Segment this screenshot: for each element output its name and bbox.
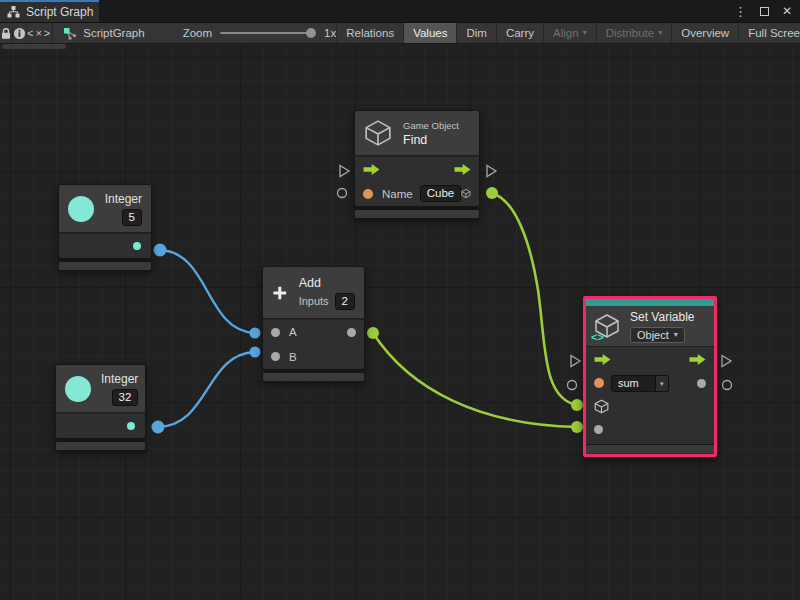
set-variable-icon: <> bbox=[594, 313, 621, 340]
node-set-variable[interactable]: <> Set Variable Object ▾ sum bbox=[583, 296, 717, 457]
wire-dot-setvariable-object-in[interactable] bbox=[571, 399, 583, 411]
node-add[interactable]: Add Inputs 2 A B bbox=[262, 266, 365, 382]
wire-find-to-setvariable-object[interactable] bbox=[492, 193, 577, 405]
find-control-in-port[interactable] bbox=[340, 166, 349, 177]
gameobject-input-cube-icon[interactable] bbox=[594, 399, 609, 414]
control-out-arrow-icon[interactable] bbox=[454, 164, 471, 175]
node-category: Game Object bbox=[403, 120, 459, 131]
variable-name-combo[interactable]: sum ▾ bbox=[611, 375, 669, 392]
variable-name-field[interactable]: sum bbox=[611, 375, 656, 392]
setvariable-value-row bbox=[586, 417, 714, 441]
overview-button[interactable]: Overview bbox=[672, 23, 739, 43]
integer-value-field[interactable]: 5 bbox=[122, 209, 142, 226]
node-integer-5[interactable]: Integer 5 bbox=[58, 184, 152, 271]
node-footer bbox=[55, 441, 146, 451]
add-node-header[interactable]: Add Inputs 2 bbox=[263, 267, 364, 319]
integer-output-port[interactable] bbox=[133, 242, 141, 250]
node-title: Set Variable bbox=[630, 310, 694, 324]
wire-dot-find-out[interactable] bbox=[486, 187, 498, 199]
node-title: Find bbox=[403, 133, 459, 147]
carry-button[interactable]: Carry bbox=[497, 23, 544, 43]
control-out-arrow-icon[interactable] bbox=[689, 354, 706, 365]
integer-value-field[interactable]: 32 bbox=[112, 389, 139, 406]
gameobject-output-cube-icon[interactable] bbox=[461, 186, 471, 201]
plus-icon bbox=[272, 280, 288, 306]
node-title: Integer bbox=[105, 192, 142, 206]
wire-dot-setvariable-value-in[interactable] bbox=[571, 421, 583, 433]
script-graph-icon bbox=[63, 27, 77, 40]
find-control-out-port[interactable] bbox=[487, 166, 496, 177]
tab-script-graph[interactable]: Script Graph bbox=[0, 0, 99, 22]
integer-output-port[interactable] bbox=[127, 422, 135, 430]
graph-name-section[interactable]: ScriptGraph bbox=[53, 23, 154, 43]
find-name-port[interactable] bbox=[363, 189, 373, 199]
setvariable-name-row: sum ▾ bbox=[586, 371, 714, 395]
wire-dot-add-out[interactable] bbox=[367, 327, 379, 339]
info-icon bbox=[13, 27, 26, 40]
node-gameobject-find[interactable]: Game Object Find Name Cube bbox=[354, 110, 480, 219]
wire-dot-add-b-in[interactable] bbox=[250, 347, 261, 358]
integer-output-row bbox=[59, 233, 151, 258]
control-in-arrow-icon[interactable] bbox=[594, 354, 611, 365]
graph-canvas[interactable]: Integer 5 Integer 32 bbox=[0, 44, 800, 600]
wire-add-to-setvariable-value[interactable] bbox=[373, 333, 577, 427]
add-input-a-port[interactable] bbox=[271, 328, 280, 337]
node-integer-32[interactable]: Integer 32 bbox=[55, 364, 146, 451]
distribute-button[interactable]: Distribute ▾ bbox=[597, 23, 673, 43]
full-screen-button[interactable]: Full Screen bbox=[739, 23, 800, 43]
variable-name-port[interactable] bbox=[594, 378, 604, 388]
code-view-button[interactable]: <×> bbox=[27, 23, 53, 43]
dropdown-caret-icon: ▾ bbox=[660, 380, 664, 387]
dropdown-caret-icon: ▾ bbox=[583, 29, 587, 37]
align-button[interactable]: Align ▾ bbox=[544, 23, 597, 43]
find-node-header[interactable]: Game Object Find bbox=[355, 111, 479, 156]
values-button[interactable]: Values bbox=[404, 23, 457, 43]
setvariable-object-row bbox=[586, 395, 714, 417]
variable-kind-dropdown[interactable]: Object ▾ bbox=[630, 327, 685, 343]
zoom-value: 1x bbox=[324, 27, 336, 39]
setvariable-value-in-port[interactable] bbox=[594, 425, 603, 434]
integer-node-header[interactable]: Integer 5 bbox=[59, 185, 151, 233]
inputs-count-field[interactable]: 2 bbox=[335, 293, 355, 310]
node-footer bbox=[58, 261, 152, 271]
setvariable-control-out-port[interactable] bbox=[722, 356, 731, 367]
wire-dot-add-a-in[interactable] bbox=[250, 328, 261, 339]
zoom-slider-handle[interactable] bbox=[306, 28, 316, 38]
setvariable-name-in-port[interactable] bbox=[568, 381, 577, 390]
window-close-icon[interactable]: ✕ bbox=[782, 5, 792, 17]
node-title: Add bbox=[299, 276, 355, 290]
wire-dot-integer5-out[interactable] bbox=[154, 244, 167, 257]
node-title: Integer bbox=[101, 372, 138, 386]
find-name-in-port[interactable] bbox=[338, 189, 347, 198]
relations-button[interactable]: Relations bbox=[337, 23, 404, 43]
wire-integer32-to-add-b[interactable] bbox=[158, 352, 255, 427]
dropdown-caret-icon: ▾ bbox=[658, 29, 662, 37]
find-name-row: Name Cube bbox=[355, 181, 479, 206]
lock-button[interactable] bbox=[0, 23, 13, 43]
set-variable-header[interactable]: <> Set Variable Object ▾ bbox=[586, 306, 714, 347]
window-maximize-icon[interactable] bbox=[760, 7, 769, 16]
window-menu-icon[interactable]: ⋮ bbox=[734, 5, 747, 18]
setvariable-value-out-port[interactable] bbox=[697, 379, 706, 388]
setvariable-control-in-port[interactable] bbox=[571, 356, 580, 367]
port-a-label: A bbox=[289, 326, 297, 338]
find-name-field[interactable]: Cube bbox=[420, 185, 462, 202]
wire-integer5-to-add-a[interactable] bbox=[160, 250, 255, 333]
integer-output-row bbox=[56, 413, 145, 438]
dropdown-caret-icon: ▾ bbox=[674, 331, 678, 339]
add-input-b-port[interactable] bbox=[271, 352, 280, 361]
integer-node-header[interactable]: Integer 32 bbox=[56, 365, 145, 413]
add-output-port[interactable] bbox=[347, 328, 356, 337]
zoom-slider[interactable] bbox=[220, 32, 316, 34]
wire-dot-integer32-out[interactable] bbox=[152, 421, 165, 434]
cube-icon bbox=[364, 119, 392, 147]
info-button[interactable] bbox=[13, 23, 27, 43]
integer-icon bbox=[65, 376, 91, 402]
setvariable-out-port[interactable] bbox=[723, 381, 732, 390]
port-b-label: B bbox=[289, 351, 297, 363]
tab-title: Script Graph bbox=[26, 5, 93, 19]
control-in-arrow-icon[interactable] bbox=[363, 164, 380, 175]
variable-name-dropdown-button[interactable]: ▾ bbox=[656, 375, 669, 392]
dim-button[interactable]: Dim bbox=[457, 23, 496, 43]
node-footer bbox=[586, 444, 714, 453]
